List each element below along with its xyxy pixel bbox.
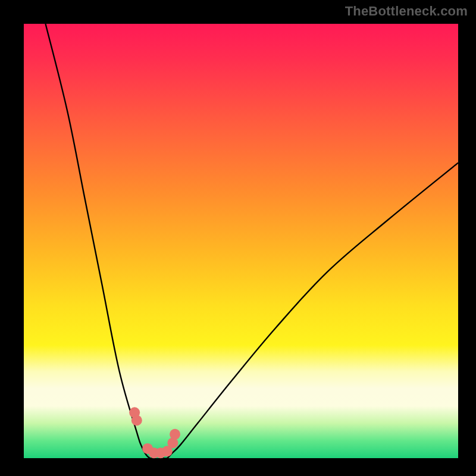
plot-area [24, 24, 458, 458]
right-curve [163, 163, 458, 459]
curves-svg [24, 24, 458, 458]
left-curve [46, 24, 155, 459]
data-point [131, 415, 142, 425]
watermark-text: TheBottleneck.com [345, 4, 468, 19]
data-point [170, 429, 180, 440]
chart-frame: TheBottleneck.com [0, 0, 476, 476]
